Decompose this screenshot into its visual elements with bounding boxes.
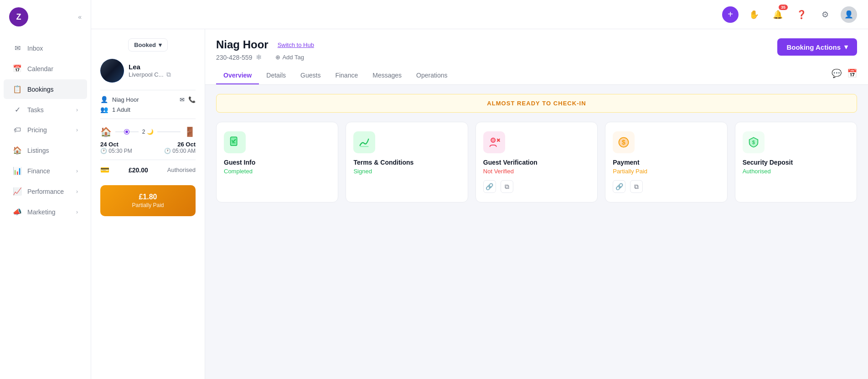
date-line-2 [157, 131, 181, 132]
sidebar-item-pricing[interactable]: 🏷 Pricing › [4, 120, 87, 140]
app-logo[interactable]: Z [9, 7, 28, 26]
booking-actions-button[interactable]: Booking Actions ▾ [777, 38, 857, 56]
clock-icon: 🕐 [164, 148, 171, 154]
finance-icon: 📊 [13, 166, 22, 175]
sidebar-nav: ✉ Inbox 📅 Calendar 📋 Bookings ✓ Tasks › … [0, 34, 91, 379]
tab-overview[interactable]: Overview [216, 67, 259, 84]
checkin-banner: ALMOST READY TO CHECK-IN [216, 94, 857, 113]
chat-icon[interactable]: 💬 [832, 68, 842, 78]
top-row: Niag Hoor Switch to Hub 230-428-559 ❄ ⊕ … [216, 38, 857, 62]
divider [100, 160, 196, 160]
sidebar-item-calendar[interactable]: 📅 Calendar [4, 59, 87, 78]
dollar-circle-icon: $ [617, 136, 630, 149]
calendar-icon: 📅 [13, 64, 22, 73]
payment-card-title: Payment [613, 159, 639, 166]
sidebar-item-listings[interactable]: 🏠 Listings [4, 140, 87, 160]
copy-icon[interactable]: ⧉ [166, 71, 171, 78]
calendar-view-icon[interactable]: 📅 [847, 68, 857, 78]
sidebar-item-label: Marketing [27, 208, 55, 216]
tab-operations[interactable]: Operations [409, 67, 455, 84]
dates-row: 🏠 2 🌙 🚪 [100, 126, 196, 137]
content-area: Booked ▾ Lea Liverpool C... ⧉ [91, 29, 868, 379]
guest-info: Lea Liverpool C... ⧉ [129, 63, 171, 78]
sidebar-item-finance[interactable]: 📊 Finance › [4, 161, 87, 181]
verification-card-icon [483, 131, 505, 153]
sidebar-item-inbox[interactable]: ✉ Inbox [4, 38, 87, 58]
user-avatar[interactable]: 👤 [841, 6, 857, 23]
sidebar-item-tasks[interactable]: ✓ Tasks › [4, 100, 87, 119]
tab-messages[interactable]: Messages [365, 67, 409, 84]
sidebar-item-bookings[interactable]: 📋 Bookings [4, 79, 87, 99]
tab-action-icons: 💬 📅 [832, 68, 857, 83]
add-button[interactable]: + [722, 6, 739, 23]
chevron-right-icon: › [76, 127, 78, 133]
plus-circle-icon: ⊕ [275, 54, 280, 61]
verification-card-actions: 🔗 ⧉ [483, 180, 513, 193]
guest-avatar-image [100, 59, 124, 83]
bookings-icon: 📋 [13, 85, 22, 93]
payment-status: Authorised [167, 166, 196, 173]
nights-count: 2 [142, 129, 145, 135]
person-icon: 👤 [100, 96, 108, 103]
sidebar-item-marketing[interactable]: 📣 Marketing › [4, 202, 87, 222]
guest-adults-row: 👥 1 Adult [100, 106, 196, 113]
nights-badge: 2 🌙 [142, 129, 154, 135]
booking-status-dropdown[interactable]: Booked ▾ [128, 38, 168, 52]
email-icon[interactable]: ✉ [180, 96, 185, 103]
clock-icon: 🕐 [100, 148, 107, 154]
marketing-icon: 📣 [13, 208, 22, 216]
add-tag-button[interactable]: ⊕ Add Tag [273, 53, 306, 62]
checkout-time: 🕐 05:00 AM [164, 148, 196, 154]
guest-info-card: Guest Info Completed [216, 122, 338, 202]
right-content: Niag Hoor Switch to Hub 230-428-559 ❄ ⊕ … [205, 29, 868, 379]
chevron-down-icon: ▾ [159, 42, 162, 48]
page-top: Niag Hoor Switch to Hub 230-428-559 ❄ ⊕ … [205, 29, 868, 85]
person-x-icon [488, 136, 501, 149]
hand-icon-button[interactable]: ✋ [746, 6, 762, 23]
snowflake-icon[interactable]: ❄ [256, 53, 262, 62]
divider [100, 90, 196, 90]
payment-copy-icon[interactable]: ⧉ [630, 180, 643, 193]
notifications-button[interactable]: 🔔 35 [770, 6, 786, 23]
main-area: + ✋ 🔔 35 ❓ ⚙ 👤 Booked ▾ [91, 0, 868, 379]
group-icon: 👥 [100, 106, 108, 113]
divider [100, 119, 196, 119]
phone-icon[interactable]: 📞 [188, 96, 196, 103]
tab-finance[interactable]: Finance [328, 67, 365, 84]
settings-button[interactable]: ⚙ [817, 6, 833, 23]
partially-paid-button[interactable]: £1.80 Partially Paid [100, 185, 196, 216]
card-icon: 💳 [100, 166, 109, 174]
chevron-right-icon: › [76, 168, 78, 174]
chevron-right-icon: › [76, 107, 78, 113]
payment-card: $ Payment Partially Paid 🔗 ⧉ [605, 122, 727, 202]
sidebar-item-label: Listings [27, 147, 49, 154]
sidebar: Z « ✉ Inbox 📅 Calendar 📋 Bookings ✓ Task… [0, 0, 91, 379]
payment-card-actions: 🔗 ⧉ [613, 180, 643, 193]
tabs: Overview Details Guests Finance Messages… [216, 67, 455, 84]
date-line [115, 131, 139, 132]
payment-link-icon[interactable]: 🔗 [613, 180, 625, 193]
help-button[interactable]: ❓ [793, 6, 810, 23]
sidebar-item-performance[interactable]: 📈 Performance › [4, 182, 87, 201]
pricing-icon: 🏷 [13, 126, 22, 134]
title-row: Niag Hoor Switch to Hub [216, 38, 314, 51]
booking-left-panel: Booked ▾ Lea Liverpool C... ⧉ [91, 29, 205, 379]
payment-card-icon: $ [613, 131, 635, 153]
moon-icon: 🌙 [147, 129, 154, 135]
sidebar-item-label: Tasks [27, 106, 44, 114]
signature-icon [358, 136, 371, 149]
guest-info-card-title: Guest Info [224, 159, 255, 166]
terms-conditions-card: Terms & Conditions Signed [346, 122, 468, 202]
guest-location: Liverpool C... [129, 71, 164, 78]
collapse-sidebar-button[interactable]: « [78, 13, 82, 21]
verification-copy-icon[interactable]: ⧉ [501, 180, 513, 193]
tab-guests[interactable]: Guests [293, 67, 328, 84]
checkin-icon: 🏠 [100, 126, 112, 137]
tasks-icon: ✓ [13, 105, 22, 114]
terms-card-icon [353, 131, 375, 153]
guest-full-name: Niag Hoor [112, 96, 139, 103]
status-cards: Guest Info Completed Terms & Conditions [216, 122, 857, 202]
tab-details[interactable]: Details [259, 67, 293, 84]
verification-link-icon[interactable]: 🔗 [483, 180, 496, 193]
switch-hub-link[interactable]: Switch to Hub [278, 42, 314, 48]
